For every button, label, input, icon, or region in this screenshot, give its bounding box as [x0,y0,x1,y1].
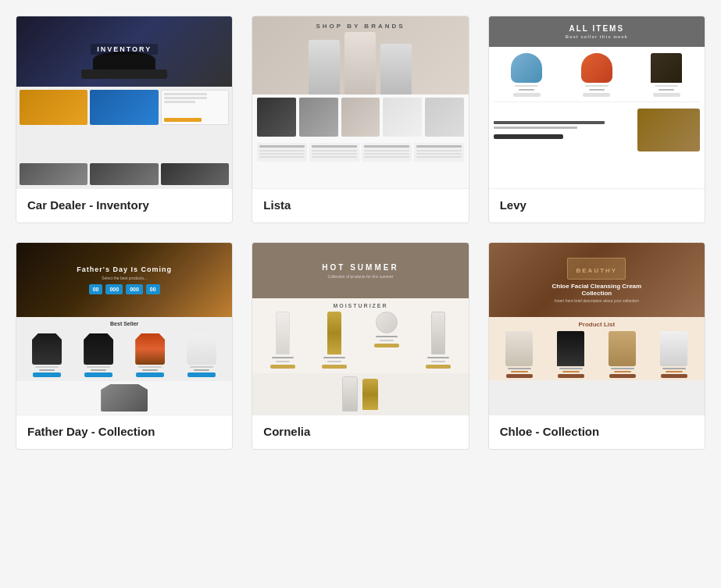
levy-feat-title [494,121,605,124]
levy-preview-content: ALL ITEMS Best seller this week [489,16,705,188]
cornelia-preview-content: HOT SUMMER Collection of products for th… [252,243,468,415]
levy-featured-text [494,121,633,139]
lista-col-line-5 [312,153,357,155]
shirt-2-btn [84,372,112,377]
prod-2-price [327,361,341,362]
chair-3-label [655,85,678,87]
car-hero-label: INVENTORY [91,44,158,55]
car-bottom-row [16,163,232,188]
lista-col-header-1 [259,145,305,148]
card-preview-lista: SHOP BY BRANDS [252,16,468,188]
card-title-levy: Levy [489,188,705,223]
chloe-item-4-price [666,371,683,372]
card-title-chloe: Chloe - Collection [489,415,705,449]
prod-1-price [276,361,290,362]
father-shirt-4 [177,333,226,377]
lista-preview-content: SHOP BY BRANDS [252,16,468,188]
chloe-add-btn-3 [609,374,636,378]
cornelia-bottom [252,373,468,415]
prod-4-btn [426,365,451,369]
chair-orange-icon [581,53,612,83]
chloe-prod-img-3 [609,331,636,366]
father-countdown: 00 000 000 00 [89,284,160,294]
chloe-item-2-name [559,368,583,369]
lista-col-line-10 [416,150,462,151]
father-shirt-1 [23,333,71,377]
chloe-item-3-name [611,368,634,369]
card-car-dealer[interactable]: INVENTORY [16,16,233,223]
chloe-item-3 [598,331,647,378]
lista-brand-1 [257,98,296,137]
levy-chair-1 [494,53,560,97]
shirt-icon-1 [32,333,62,365]
father-preview-content: Father's Day Is Coming Select the best p… [16,243,232,415]
shirt-1-label [35,366,59,368]
chloe-hero: BEAUTHY Chloe Facial Cleansing Cream Col… [489,243,705,317]
car-bottom-thumb-3 [161,163,229,185]
prod-4-name [427,357,449,358]
card-lista[interactable]: SHOP BY BRANDS [252,16,469,223]
levy-chair-2 [563,53,630,97]
template-grid: INVENTORY [16,16,705,450]
car-grid [16,87,232,163]
lista-col-line-8 [364,153,409,155]
lista-col-line-7 [364,150,409,151]
chair-1-price [519,89,534,91]
car-thumb-1 [20,90,87,125]
car-card-text-3 [164,101,195,103]
chloe-item-4-name [662,368,686,369]
levy-header-title: ALL ITEMS [497,24,697,33]
levy-divider [494,102,700,102]
lista-person-1 [309,40,340,94]
card-chloe[interactable]: BEAUTHY Chloe Facial Cleansing Cream Col… [488,242,705,450]
countdown-min: 000 [105,284,123,294]
lista-col-2 [309,143,359,162]
car-card-text-1 [164,93,208,95]
shirt-icon-3 [135,333,165,365]
lista-col-line-6 [312,156,357,158]
lista-col-header-3 [364,145,409,148]
card-preview-chloe: BEAUTHY Chloe Facial Cleansing Cream Col… [489,243,705,415]
prod-tube-2 [327,312,341,355]
lista-col-line-9 [364,156,409,158]
lista-brand-3 [341,98,380,137]
chloe-logo: BEAUTHY [567,258,626,280]
cornelia-product-4 [414,312,462,369]
card-preview-car-dealer: INVENTORY [16,16,232,188]
chair-3-btn [653,93,680,97]
prod-1-name [272,357,294,358]
chloe-add-btn-2 [558,374,584,378]
father-bottom-image [101,384,148,412]
prod-3-btn [374,344,399,347]
prod-2-name [323,357,345,358]
card-preview-levy: ALL ITEMS Best seller this week [489,16,705,188]
car-hero: INVENTORY [16,16,232,87]
lista-brand-4 [383,98,422,137]
card-title-father-day: Father Day - Collection [16,415,232,449]
prod-3-price [380,340,394,341]
lista-person-2 [344,32,376,94]
chair-2-btn [583,93,610,97]
lista-hero: SHOP BY BRANDS [252,16,468,94]
card-cornelia[interactable]: HOT SUMMER Collection of products for th… [252,242,469,450]
lista-brands-row [252,94,468,140]
chair-3-price [659,89,674,91]
card-father-day[interactable]: Father's Day Is Coming Select the best p… [16,242,233,450]
shirt-3-label [138,366,162,368]
card-levy[interactable]: ALL ITEMS Best seller this week [488,16,705,223]
cornelia-hero-title: HOT SUMMER [322,263,398,272]
shirt-2-label [87,366,110,368]
countdown-hours: 00 [89,284,103,294]
lista-col-header-2 [312,145,357,148]
shirt-1-price [39,369,55,371]
prod-1-btn [270,365,295,369]
levy-chair-3 [634,53,700,97]
lista-col-1 [257,143,307,162]
card-preview-cornelia: HOT SUMMER Collection of products for th… [252,243,468,415]
cornelia-product-1 [259,312,307,369]
father-shirt-2 [74,333,123,377]
chair-dark-icon [651,53,682,83]
cornelia-hero: HOT SUMMER Collection of products for th… [252,243,468,298]
shirt-1-btn [33,372,61,377]
car-bottom-thumb-1 [20,163,87,185]
